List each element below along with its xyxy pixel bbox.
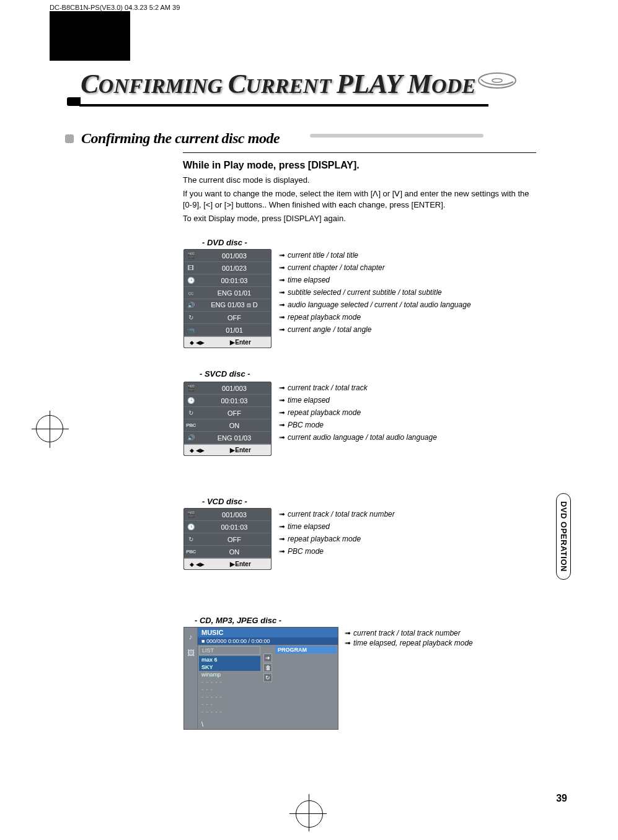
osd-row: 🔊ENG 01/03 ⧈ D <box>184 299 271 312</box>
section-rule <box>183 152 536 153</box>
desc-line: ➟time elapsed <box>279 394 437 406</box>
desc-line: ➟current track / total track <box>279 382 437 394</box>
subtitle-icon: ㏄ <box>184 287 198 299</box>
music-sidebar: ♪ 🖼 <box>184 628 198 729</box>
osd-value: ON <box>198 422 271 429</box>
arrow-icon: ➟ <box>279 433 288 442</box>
osd-row: 🕒00:01:03 <box>184 395 271 407</box>
arrow-icon: ➟ <box>279 325 288 334</box>
osd-row: 🎬001/003 <box>184 250 271 262</box>
osd-value: 001/003 <box>198 252 271 260</box>
picture-icon: 🖼 <box>184 646 197 660</box>
desc-line: ➟time elapsed <box>279 520 395 533</box>
enter-label: ▶Enter <box>210 339 271 346</box>
desc-line: ➟PBC mode <box>279 419 437 431</box>
music-panel: ♪ 🖼 MUSIC ■ 000/000 0:00:00 / 0:00:00 LI… <box>183 627 338 730</box>
arrow-icon: ➟ <box>279 421 288 429</box>
osd-row: 🎬001/003 <box>184 509 271 521</box>
osd-panel-dvd: 🎬001/003 🎞001/023 🕒00:01:03 ㏄ENG 01/01 🔊… <box>183 249 271 348</box>
osd-row: ↻OFF <box>184 312 271 324</box>
disc-label-dvd: - DVD disc - <box>202 238 247 247</box>
arrow-icon: ➟ <box>279 408 288 417</box>
music-list-item: - - - - - <box>199 693 260 701</box>
arrow-icon: ➟ <box>279 547 288 556</box>
desc-column-cd: ➟current track / total track number ➟tim… <box>345 628 473 648</box>
osd-row: ㏄ENG 01/01 <box>184 287 271 299</box>
repeat-icon: ↻ <box>184 533 198 546</box>
arrow-icon: ➟ <box>279 276 288 284</box>
osd-panel-vcd: 🎬001/003 🕒00:01:03 ↻OFF PBCON ◆ ◀▶▶Enter <box>183 508 271 570</box>
arrow-icon: ➟ <box>345 629 353 637</box>
osd-row: 🕒00:01:03 <box>184 521 271 533</box>
clock-icon: 🕒 <box>184 395 198 407</box>
osd-value: OFF <box>198 536 271 543</box>
list-label: LIST <box>199 646 260 655</box>
title-part: ODE <box>431 74 476 97</box>
desc-line: ➟current track / total track number <box>345 628 473 638</box>
osd-row: ↻OFF <box>184 533 271 546</box>
title-part: C <box>228 69 246 99</box>
osd-value: ENG 01/01 <box>198 289 271 297</box>
repeat-icon: ↻ <box>184 312 198 324</box>
title-part: URRENT <box>245 74 336 97</box>
title-part: PLAY M <box>337 69 431 99</box>
title-part: C <box>81 69 99 99</box>
section-bullet <box>65 134 74 143</box>
disc-icon <box>477 61 517 100</box>
desc-line: ➟current audio language / total audio la… <box>279 431 437 444</box>
osd-row: 🎬001/003 <box>184 382 271 395</box>
arrow-icon: ➟ <box>279 522 288 531</box>
music-list-item: - - - <box>199 701 260 708</box>
arrow-icon: ➟ <box>279 510 288 518</box>
osd-row: 📹01/01 <box>184 324 271 336</box>
osd-value: ENG 01/03 ⧈ D <box>198 301 271 309</box>
music-list-column: LIST max 6SKYwinamp- - - - -- - -- - - -… <box>199 646 260 718</box>
desc-column-svcd: ➟current track / total track ➟time elaps… <box>279 382 437 444</box>
side-tab: DVD OPERATION <box>556 493 571 580</box>
desc-line: ➟current angle / total angle <box>279 323 471 336</box>
osd-value: 00:01:03 <box>198 397 271 405</box>
osd-value: 001/003 <box>198 511 271 518</box>
music-list-item: max 6 <box>199 656 260 663</box>
enter-label: ▶Enter <box>210 561 271 567</box>
side-tab-text: DVD OPERATION <box>559 501 568 572</box>
arrow-icon: ➟ <box>279 263 288 272</box>
arrow-icon: ➟ <box>279 313 288 322</box>
osd-footer: ◆ ◀▶▶Enter <box>184 444 271 455</box>
osd-value: 001/023 <box>198 265 271 272</box>
registration-mark-left <box>36 415 63 442</box>
section-rule-decoration <box>310 134 483 138</box>
osd-value: ENG 01/03 <box>198 434 271 442</box>
intro-block: While in Play mode, press [DISPLAY]. The… <box>183 160 536 227</box>
osd-value: 00:01:03 <box>198 523 271 531</box>
desc-line: ➟PBC mode <box>279 545 395 558</box>
intro-line: If you want to change the mode, select t… <box>183 188 536 211</box>
arrow-icon: ➟ <box>279 251 288 260</box>
osd-footer: ◆ ◀▶▶Enter <box>184 558 271 569</box>
nav-arrows-icon: ◆ ◀▶ <box>184 447 210 453</box>
pbc-icon: PBC <box>184 546 198 558</box>
desc-line: ➟time elapsed <box>279 274 471 286</box>
osd-row: 🔊ENG 01/03 <box>184 432 271 444</box>
desc-line: ➟subtitle selected / current subtitle / … <box>279 286 471 299</box>
desc-line: ➟audio language selected / current / tot… <box>279 299 471 311</box>
osd-row: PBCON <box>184 546 271 558</box>
repeat-icon: ↻ <box>263 673 272 682</box>
osd-value: OFF <box>198 314 271 322</box>
osd-row: 🎞001/023 <box>184 262 271 274</box>
svg-point-1 <box>492 79 502 82</box>
clock-icon: 🕒 <box>184 274 198 287</box>
intro-line: The current disc mode is displayed. <box>183 175 536 186</box>
desc-column-vcd: ➟current track / total track number ➟tim… <box>279 508 395 558</box>
disc-label-cd: - CD, MP3, JPEG disc - <box>195 616 281 625</box>
desc-line: ➟current track / total track number <box>279 508 395 520</box>
osd-value: 001/003 <box>198 385 271 392</box>
music-status: ■ 000/000 0:00:00 / 0:00:00 <box>198 637 338 645</box>
arrow-icon: ➟ <box>279 396 288 405</box>
osd-value: ON <box>198 548 271 556</box>
desc-line: ➟repeat playback mode <box>279 533 395 545</box>
arrow-icon: ➟ <box>279 300 288 309</box>
title-underline <box>79 104 488 107</box>
enter-label: ▶Enter <box>210 447 271 453</box>
osd-row: 🕒00:01:03 <box>184 274 271 287</box>
